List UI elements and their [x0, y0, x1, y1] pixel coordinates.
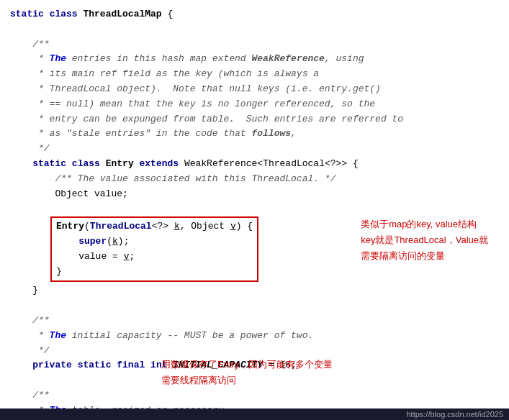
- code-line-26: /**: [10, 388, 499, 403]
- code-line-12: /** The value associated with this Threa…: [10, 172, 499, 187]
- capacity-line-wrapper: private static final int INITIAL_CAPACIT…: [10, 358, 499, 373]
- annotation-2: 用数组保存了Entry，因为可能有多个变量 需要线程隔离访问: [161, 357, 333, 388]
- code-line-5: * its main ref field as the key (which i…: [10, 67, 499, 82]
- code-line-13: Object value;: [10, 187, 499, 202]
- code-line-22: * The initial capacity -- MUST be a powe…: [10, 329, 499, 344]
- code-line-blank2: [10, 201, 499, 216]
- annotation-1: 类似于map的key, value结构 key就是ThreadLocal，Val…: [361, 216, 488, 264]
- code-line-3: /**: [10, 37, 499, 52]
- code-line-4: * The entries in this hash map extend We…: [10, 52, 499, 67]
- code-line-19: }: [10, 283, 499, 298]
- code-line-11: static class Entry extends WeakReference…: [10, 157, 499, 172]
- code-line-blank3: [10, 298, 499, 314]
- boxed-region: Entry(ThreadLocal<?> k, Object v) { supe…: [10, 216, 499, 282]
- entry-constructor-box: Entry(ThreadLocal<?> k, Object v) { supe…: [50, 216, 258, 282]
- code-line-8: * entry can be expunged from table. Such…: [10, 112, 499, 127]
- code-line-7: * == null) mean that the key is no longe…: [10, 97, 499, 112]
- code-line-21: /**: [10, 314, 499, 329]
- code-line-blank1: [10, 22, 499, 37]
- code-line-23: */: [10, 344, 499, 359]
- code-line-1: static class ThreadLocalMap {: [10, 7, 499, 22]
- code-line-9: * as "stale entries" in the code that fo…: [10, 127, 499, 142]
- entry-constructor-line: Entry(ThreadLocal<?> k, Object v) {: [56, 219, 253, 234]
- footer-url: https://blog.csdn.net/id2025: [406, 410, 503, 419]
- code-line-6: * ThreadLocal object). Note that null ke…: [10, 82, 499, 97]
- value-line: value = v;: [56, 250, 253, 265]
- code-line-10: */: [10, 142, 499, 157]
- super-line: super(k);: [56, 234, 253, 250]
- footer-bar: https://blog.csdn.net/id2025: [0, 408, 509, 420]
- code-view: static class ThreadLocalMap { /** * The …: [0, 0, 509, 420]
- close-brace: }: [56, 265, 253, 280]
